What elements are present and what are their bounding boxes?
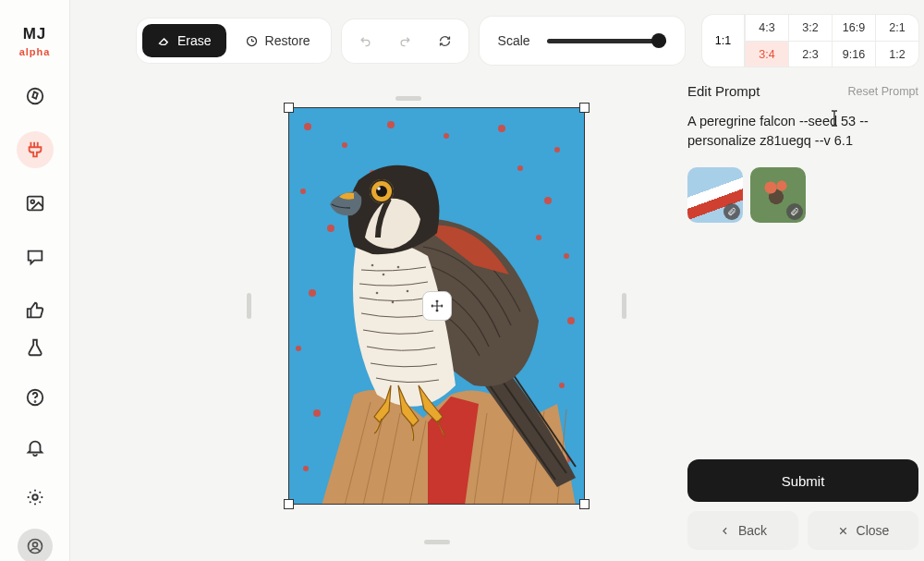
- panel-title: Edit Prompt: [687, 83, 760, 99]
- image-icon[interactable]: [17, 185, 54, 222]
- avatar[interactable]: [18, 529, 53, 561]
- close-icon: [837, 525, 849, 537]
- bottom-resize-handle[interactable]: [424, 540, 450, 544]
- help-icon[interactable]: [17, 379, 54, 416]
- slider-thumb[interactable]: [651, 33, 666, 48]
- aspect-4-3[interactable]: 4:3: [745, 15, 788, 41]
- attachment-icon: [723, 203, 740, 220]
- crop-handle-bl[interactable]: [284, 499, 294, 509]
- redo-icon: [398, 34, 412, 48]
- reference-image-1[interactable]: [687, 167, 743, 223]
- bell-icon[interactable]: [17, 429, 54, 466]
- svg-point-6: [32, 494, 38, 500]
- logo: MJ alpha: [19, 26, 51, 57]
- logo-sub: alpha: [19, 46, 51, 57]
- main: Erase Restore Scal: [70, 0, 924, 561]
- svg-point-3: [30, 200, 34, 203]
- svg-point-12: [342, 142, 347, 148]
- edit-prompt-panel: Edit Prompt Reset Prompt A peregrine fal…: [687, 83, 918, 223]
- svg-point-33: [397, 266, 400, 269]
- svg-point-30: [536, 235, 541, 240]
- aspect-2-3[interactable]: 2:3: [788, 41, 832, 67]
- aspect-1-1[interactable]: 1:1: [702, 15, 745, 67]
- right-resize-handle[interactable]: [622, 293, 626, 319]
- svg-point-32: [383, 274, 385, 276]
- top-resize-handle[interactable]: [395, 96, 421, 101]
- back-label: Back: [738, 523, 767, 538]
- erase-restore-group: Erase Restore: [137, 18, 331, 63]
- close-label: Close: [857, 523, 890, 538]
- svg-point-13: [387, 121, 395, 128]
- aspect-3-4[interactable]: 3:4: [745, 41, 788, 67]
- aspect-2-1[interactable]: 2:1: [875, 15, 918, 41]
- logo-main: MJ: [19, 26, 51, 43]
- flask-icon[interactable]: [17, 329, 54, 366]
- reference-image-2[interactable]: [750, 167, 806, 223]
- svg-point-40: [377, 187, 381, 190]
- crop-handle-br[interactable]: [579, 499, 590, 509]
- sidebar: MJ alpha: [0, 0, 70, 561]
- aspect-16-9[interactable]: 16:9: [832, 15, 875, 41]
- prompt-text[interactable]: A peregrine falcon --seed 53 --personali…: [687, 112, 918, 151]
- scale-group: Scale: [480, 17, 685, 65]
- svg-point-22: [296, 346, 301, 351]
- chat-icon[interactable]: [17, 238, 54, 275]
- eraser-icon: [157, 34, 171, 48]
- erase-button[interactable]: Erase: [142, 24, 226, 57]
- svg-point-11: [304, 123, 311, 130]
- aspect-1-2[interactable]: 1:2: [875, 41, 918, 67]
- crop-handle-tr[interactable]: [579, 103, 590, 113]
- action-bar: Submit Back Close: [687, 459, 918, 550]
- attachment-icon: [786, 203, 803, 220]
- svg-point-5: [34, 401, 35, 402]
- svg-point-29: [517, 165, 523, 171]
- svg-point-34: [376, 292, 379, 295]
- brush-icon[interactable]: [17, 131, 54, 168]
- left-resize-handle[interactable]: [247, 293, 251, 319]
- crop-handle-tl[interactable]: [284, 103, 294, 113]
- text-cursor-icon: [829, 110, 840, 134]
- redo-button[interactable]: [387, 25, 423, 57]
- svg-point-21: [309, 289, 316, 297]
- scale-slider[interactable]: [547, 39, 666, 43]
- explore-icon[interactable]: [17, 78, 54, 115]
- submit-label: Submit: [782, 473, 825, 489]
- toolbar: Erase Restore Scal: [137, 17, 685, 65]
- restore-label: Restore: [265, 33, 310, 48]
- aspect-3-2[interactable]: 3:2: [788, 15, 832, 41]
- back-button[interactable]: Back: [687, 511, 798, 550]
- move-handle[interactable]: [422, 291, 452, 321]
- refresh-icon: [438, 34, 452, 48]
- svg-point-18: [327, 225, 334, 232]
- svg-point-19: [544, 197, 552, 204]
- canvas-area: [140, 83, 676, 550]
- history-group: [342, 19, 468, 63]
- nav-bottom: [17, 329, 54, 561]
- reference-images: [687, 167, 918, 223]
- svg-point-8: [32, 543, 37, 547]
- crop-frame[interactable]: [288, 107, 585, 505]
- undo-icon: [359, 34, 372, 48]
- svg-point-36: [407, 290, 409, 293]
- restore-button[interactable]: Restore: [230, 24, 325, 57]
- prompt-value: A peregrine falcon --seed 53 --personali…: [687, 114, 869, 148]
- svg-point-35: [392, 301, 395, 304]
- svg-point-17: [300, 189, 306, 194]
- submit-button[interactable]: Submit: [687, 459, 918, 502]
- svg-point-25: [313, 409, 321, 417]
- svg-point-26: [303, 466, 309, 471]
- aspect-ratio-grid: 1:1 4:33:216:92:13:42:39:161:2: [702, 15, 918, 67]
- reset-prompt-button[interactable]: Reset Prompt: [848, 85, 918, 98]
- reset-button[interactable]: [427, 25, 463, 57]
- close-button[interactable]: Close: [808, 511, 918, 550]
- undo-button[interactable]: [347, 25, 383, 57]
- svg-point-20: [564, 253, 569, 259]
- aspect-9-16[interactable]: 9:16: [832, 41, 875, 67]
- svg-point-23: [567, 317, 575, 324]
- thumbs-up-icon[interactable]: [17, 292, 54, 329]
- theme-icon[interactable]: [17, 479, 54, 516]
- svg-point-31: [371, 264, 374, 267]
- erase-label: Erase: [177, 33, 212, 48]
- move-icon: [430, 299, 444, 313]
- nav-top: [17, 78, 54, 329]
